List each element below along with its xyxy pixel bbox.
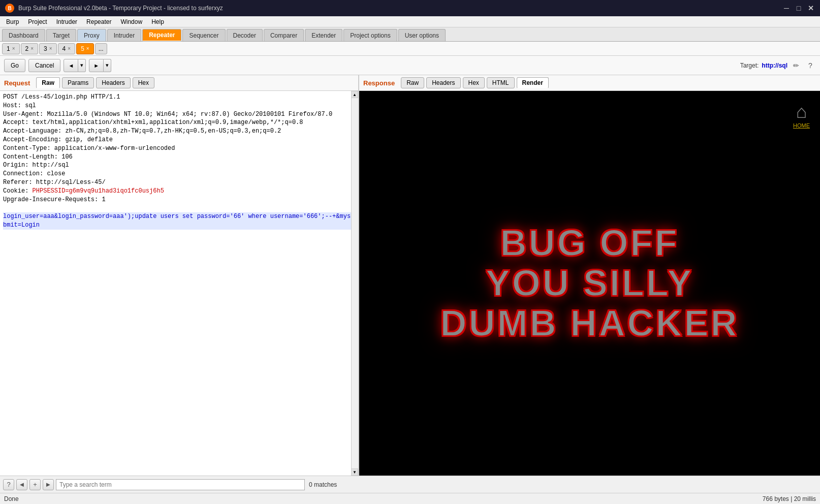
request-tab-raw[interactable]: Raw [36,77,60,88]
target-prefix: Target: [740,62,759,69]
cancel-button[interactable]: Cancel [28,59,60,72]
response-tab-render[interactable]: Render [517,77,549,88]
request-content: POST /Less-45/login.php HTTP/1.1 Host: s… [0,91,358,476]
tab-dashboard[interactable]: Dashboard [2,29,45,41]
search-next-button[interactable]: + [29,479,41,490]
request-pane: Request Raw Params Headers Hex POST /Les… [0,75,359,476]
tab-proxy[interactable]: Proxy [77,29,106,41]
target-label: Target: http://sql ✏ ? [740,60,816,71]
target-url: http://sql [762,62,787,69]
response-info: 766 bytes | 20 millis [763,495,816,502]
close-button[interactable]: ✕ [807,4,815,12]
menu-help[interactable]: Help [147,17,168,26]
scroll-down-arrow[interactable]: ▼ [351,468,358,476]
request-tab-headers[interactable]: Headers [96,77,130,88]
tab-extender[interactable]: Extender [305,29,342,41]
tab-intruder[interactable]: Intruder [107,29,141,41]
maximize-button[interactable]: □ [795,4,803,12]
tab-sequencer[interactable]: Sequencer [182,29,225,41]
tab-project-options[interactable]: Project options [343,29,397,41]
request-body: POST /Less-45/login.php HTTP/1.1 Host: s… [0,91,358,476]
title-bar: B Burp Suite Professional v2.0beta - Tem… [0,0,820,16]
bug-off-line2: YOU SILLY [440,263,739,303]
nav-forward-button[interactable]: ► [89,59,104,72]
match-count: 0 matches [309,481,337,488]
menu-intruder[interactable]: Intruder [52,17,81,26]
highlight-payload: login_user=aaa&login_password=aaa');upda… [3,212,355,230]
tab-repeater[interactable]: Repeater [142,29,181,41]
bug-off-line3: DUMB HACKER [440,303,739,343]
help-search-button[interactable]: ? [3,479,14,490]
sub-tab-4[interactable]: 4 × [58,43,76,54]
go-button[interactable]: Go [4,59,25,72]
tab-comparer[interactable]: Comparer [264,29,304,41]
toolbar: Go Cancel ◄ ▾ ► ▾ Target: http://sql ✏ ? [0,56,820,75]
sub-tab-5[interactable]: 5 × [76,43,94,54]
response-tab-headers[interactable]: Headers [426,77,460,88]
nav-back-dropdown[interactable]: ▾ [78,59,86,72]
response-tab-raw[interactable]: Raw [401,77,424,88]
help-target-button[interactable]: ? [805,60,816,71]
request-tab-hex[interactable]: Hex [133,77,154,88]
title-text: Burp Suite Professional v2.0beta - Tempo… [18,5,223,12]
nav-forward-group: ► ▾ [89,59,111,72]
search-bar: ? ◄ + ► 0 matches [0,476,820,493]
status-bar: Done 766 bytes | 20 millis [0,493,820,504]
edit-target-button[interactable]: ✏ [791,60,802,71]
nav-forward-dropdown[interactable]: ▾ [104,59,111,72]
tab-target[interactable]: Target [46,29,76,41]
bug-off-content: BUG OFF YOU SILLY DUMB HACKER [430,213,749,354]
menu-burp[interactable]: Burp [2,17,23,26]
main-tabs: Dashboard Target Proxy Intruder Repeater… [0,27,820,42]
sub-tabs: 1 × 2 × 3 × 4 × 5 × ... [0,42,820,56]
close-tab-4[interactable]: × [68,46,71,51]
split-pane: Request Raw Params Headers Hex POST /Les… [0,75,820,476]
status-text: Done [4,495,19,502]
response-header: Response Raw Headers Hex HTML Render [359,75,820,91]
close-tab-1[interactable]: × [12,46,15,51]
minimize-button[interactable]: ─ [782,4,791,12]
nav-back-group: ◄ ▾ [64,59,86,72]
menu-project[interactable]: Project [24,17,51,26]
tab-decoder[interactable]: Decoder [227,29,263,41]
response-tab-html[interactable]: HTML [487,77,515,88]
request-header: Request Raw Params Headers Hex [0,75,358,91]
title-bar-left: B Burp Suite Professional v2.0beta - Tem… [5,4,223,13]
request-tab-params[interactable]: Params [62,77,94,88]
home-icon[interactable]: ⌂ HOME [793,101,810,129]
cookie-value: PHPSESSID=g6m9vq9u1had3iqo1fc0usj6h5 [33,187,164,195]
menu-repeater[interactable]: Repeater [82,17,115,26]
request-title: Request [4,79,30,87]
close-tab-5[interactable]: × [86,46,89,51]
sub-tab-2[interactable]: 2 × [21,43,39,54]
menu-window[interactable]: Window [116,17,146,26]
search-jump-button[interactable]: ► [43,479,54,490]
window-controls[interactable]: ─ □ ✕ [782,4,815,12]
close-tab-2[interactable]: × [30,46,34,51]
nav-back-button[interactable]: ◄ [64,59,78,72]
response-body: ⌂ HOME BUG OFF YOU SILLY DUMB HACKER [359,91,820,476]
home-label: HOME [793,122,810,129]
main-content: Request Raw Params Headers Hex POST /Les… [0,75,820,493]
house-icon: ⌂ [793,101,810,122]
response-tab-hex[interactable]: Hex [463,77,485,88]
sub-tab-3[interactable]: 3 × [39,43,57,54]
scroll-up-arrow[interactable]: ▲ [351,91,358,98]
menu-bar: Burp Project Intruder Repeater Window He… [0,16,820,27]
app-icon: B [5,4,14,13]
response-title: Response [363,79,395,87]
bug-off-line1: BUG OFF [440,223,739,263]
tab-user-options[interactable]: User options [398,29,446,41]
response-pane: Response Raw Headers Hex HTML Render ⌂ H… [359,75,820,476]
sub-tab-more[interactable]: ... [95,43,107,54]
search-input[interactable] [56,479,305,490]
search-prev-button[interactable]: ◄ [16,479,27,490]
close-tab-3[interactable]: × [49,46,52,51]
request-scrollbar[interactable]: ▲ ▼ [351,91,358,476]
sub-tab-1[interactable]: 1 × [2,43,20,54]
